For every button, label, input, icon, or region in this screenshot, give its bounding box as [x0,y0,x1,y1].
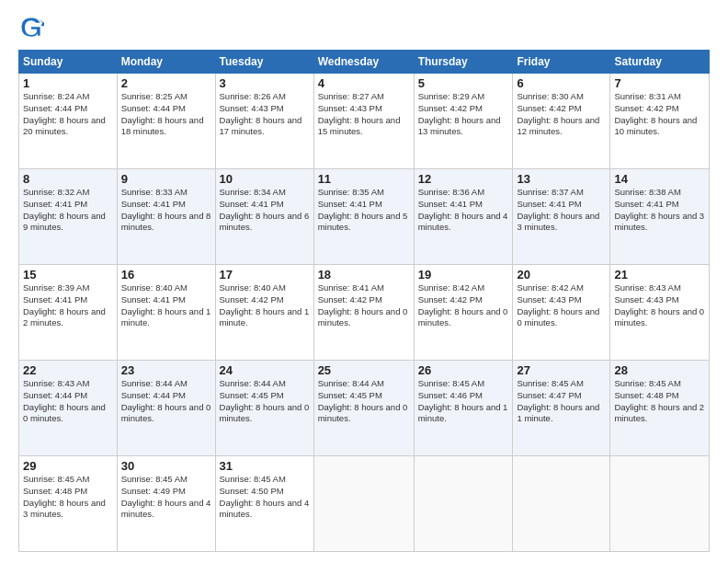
calendar-row: 15 Sunrise: 8:39 AMSunset: 4:41 PMDaylig… [19,265,710,361]
day-detail: Sunrise: 8:45 AMSunset: 4:47 PMDaylight:… [517,378,606,425]
day-detail: Sunrise: 8:45 AMSunset: 4:50 PMDaylight:… [220,474,310,521]
day-number: 7 [614,76,705,90]
day-number: 24 [220,363,310,377]
weekday-header-row: Sunday Monday Tuesday Wednesday Thursday… [19,51,710,74]
day-number: 16 [121,268,211,282]
col-friday: Friday [513,51,610,74]
day-detail: Sunrise: 8:24 AMSunset: 4:44 PMDaylight:… [23,91,113,138]
calendar-cell [313,456,414,552]
calendar-cell: 20 Sunrise: 8:42 AMSunset: 4:43 PMDaylig… [513,265,610,361]
day-detail: Sunrise: 8:41 AMSunset: 4:42 PMDaylight:… [318,282,410,329]
day-number: 13 [517,172,606,186]
calendar-cell: 8 Sunrise: 8:32 AMSunset: 4:41 PMDayligh… [19,169,118,265]
col-monday: Monday [117,51,215,74]
day-detail: Sunrise: 8:34 AMSunset: 4:41 PMDaylight:… [220,187,310,234]
day-detail: Sunrise: 8:44 AMSunset: 4:44 PMDaylight:… [121,378,211,425]
calendar-cell: 7 Sunrise: 8:31 AMSunset: 4:42 PMDayligh… [610,74,710,169]
logo-icon [18,15,44,40]
calendar-row: 29 Sunrise: 8:45 AMSunset: 4:48 PMDaylig… [19,456,710,552]
calendar-cell: 14 Sunrise: 8:38 AMSunset: 4:41 PMDaylig… [610,169,710,265]
day-number: 5 [418,76,509,90]
day-number: 17 [220,268,310,282]
day-detail: Sunrise: 8:44 AMSunset: 4:45 PMDaylight:… [220,378,310,425]
day-number: 12 [418,172,509,186]
day-detail: Sunrise: 8:38 AMSunset: 4:41 PMDaylight:… [614,187,705,234]
day-number: 20 [517,268,606,282]
day-number: 28 [614,363,705,377]
day-detail: Sunrise: 8:40 AMSunset: 4:41 PMDaylight:… [121,282,211,329]
day-detail: Sunrise: 8:42 AMSunset: 4:42 PMDaylight:… [418,282,509,329]
calendar-cell: 16 Sunrise: 8:40 AMSunset: 4:41 PMDaylig… [117,265,215,361]
day-detail: Sunrise: 8:25 AMSunset: 4:44 PMDaylight:… [121,91,211,138]
calendar-cell: 2 Sunrise: 8:25 AMSunset: 4:44 PMDayligh… [117,74,215,169]
calendar-cell [513,456,610,552]
day-number: 29 [23,459,113,473]
day-number: 15 [23,268,113,282]
col-tuesday: Tuesday [215,51,313,74]
calendar-cell: 30 Sunrise: 8:45 AMSunset: 4:49 PMDaylig… [117,456,215,552]
day-detail: Sunrise: 8:27 AMSunset: 4:43 PMDaylight:… [318,91,410,138]
day-detail: Sunrise: 8:43 AMSunset: 4:43 PMDaylight:… [614,282,705,329]
day-detail: Sunrise: 8:26 AMSunset: 4:43 PMDaylight:… [220,91,310,138]
day-number: 2 [121,76,211,90]
calendar-row: 8 Sunrise: 8:32 AMSunset: 4:41 PMDayligh… [19,169,710,265]
col-thursday: Thursday [414,51,513,74]
day-number: 11 [318,172,410,186]
day-detail: Sunrise: 8:45 AMSunset: 4:48 PMDaylight:… [614,378,705,425]
day-number: 8 [23,172,113,186]
day-detail: Sunrise: 8:42 AMSunset: 4:43 PMDaylight:… [517,282,606,329]
calendar-cell [610,456,710,552]
calendar-cell: 22 Sunrise: 8:43 AMSunset: 4:44 PMDaylig… [19,361,118,456]
day-number: 4 [318,76,410,90]
calendar-cell: 19 Sunrise: 8:42 AMSunset: 4:42 PMDaylig… [414,265,513,361]
day-detail: Sunrise: 8:36 AMSunset: 4:41 PMDaylight:… [418,187,509,234]
calendar-cell: 6 Sunrise: 8:30 AMSunset: 4:42 PMDayligh… [513,74,610,169]
day-number: 18 [318,268,410,282]
day-detail: Sunrise: 8:45 AMSunset: 4:46 PMDaylight:… [418,378,509,425]
day-detail: Sunrise: 8:30 AMSunset: 4:42 PMDaylight:… [517,91,606,138]
calendar-cell: 26 Sunrise: 8:45 AMSunset: 4:46 PMDaylig… [414,361,513,456]
day-number: 19 [418,268,509,282]
day-number: 21 [614,268,705,282]
day-detail: Sunrise: 8:44 AMSunset: 4:45 PMDaylight:… [318,378,410,425]
day-detail: Sunrise: 8:45 AMSunset: 4:48 PMDaylight:… [23,474,113,521]
day-detail: Sunrise: 8:39 AMSunset: 4:41 PMDaylight:… [23,282,113,329]
day-detail: Sunrise: 8:37 AMSunset: 4:41 PMDaylight:… [517,187,606,234]
col-sunday: Sunday [19,51,118,74]
day-number: 10 [220,172,310,186]
day-number: 23 [121,363,211,377]
calendar-cell: 18 Sunrise: 8:41 AMSunset: 4:42 PMDaylig… [313,265,414,361]
calendar-cell: 21 Sunrise: 8:43 AMSunset: 4:43 PMDaylig… [610,265,710,361]
calendar-cell: 31 Sunrise: 8:45 AMSunset: 4:50 PMDaylig… [215,456,313,552]
day-detail: Sunrise: 8:40 AMSunset: 4:42 PMDaylight:… [220,282,310,329]
day-number: 30 [121,459,211,473]
calendar-cell: 9 Sunrise: 8:33 AMSunset: 4:41 PMDayligh… [117,169,215,265]
day-number: 1 [23,76,113,90]
day-detail: Sunrise: 8:43 AMSunset: 4:44 PMDaylight:… [23,378,113,425]
day-number: 3 [220,76,310,90]
calendar-cell: 25 Sunrise: 8:44 AMSunset: 4:45 PMDaylig… [313,361,414,456]
calendar-cell [414,456,513,552]
calendar-cell: 23 Sunrise: 8:44 AMSunset: 4:44 PMDaylig… [117,361,215,456]
day-number: 14 [614,172,705,186]
page-header [18,15,710,40]
calendar-row: 1 Sunrise: 8:24 AMSunset: 4:44 PMDayligh… [19,74,710,169]
calendar-cell: 4 Sunrise: 8:27 AMSunset: 4:43 PMDayligh… [313,74,414,169]
day-number: 26 [418,363,509,377]
calendar-table: Sunday Monday Tuesday Wednesday Thursday… [18,50,710,552]
day-number: 31 [220,459,310,473]
calendar-cell: 29 Sunrise: 8:45 AMSunset: 4:48 PMDaylig… [19,456,118,552]
calendar-cell: 1 Sunrise: 8:24 AMSunset: 4:44 PMDayligh… [19,74,118,169]
day-detail: Sunrise: 8:35 AMSunset: 4:41 PMDaylight:… [318,187,410,234]
day-number: 22 [23,363,113,377]
day-number: 6 [517,76,606,90]
calendar-cell: 17 Sunrise: 8:40 AMSunset: 4:42 PMDaylig… [215,265,313,361]
calendar-cell: 11 Sunrise: 8:35 AMSunset: 4:41 PMDaylig… [313,169,414,265]
day-number: 25 [318,363,410,377]
calendar-row: 22 Sunrise: 8:43 AMSunset: 4:44 PMDaylig… [19,361,710,456]
day-detail: Sunrise: 8:33 AMSunset: 4:41 PMDaylight:… [121,187,211,234]
day-detail: Sunrise: 8:32 AMSunset: 4:41 PMDaylight:… [23,187,113,234]
calendar-cell: 24 Sunrise: 8:44 AMSunset: 4:45 PMDaylig… [215,361,313,456]
day-detail: Sunrise: 8:29 AMSunset: 4:42 PMDaylight:… [418,91,509,138]
calendar-cell: 28 Sunrise: 8:45 AMSunset: 4:48 PMDaylig… [610,361,710,456]
